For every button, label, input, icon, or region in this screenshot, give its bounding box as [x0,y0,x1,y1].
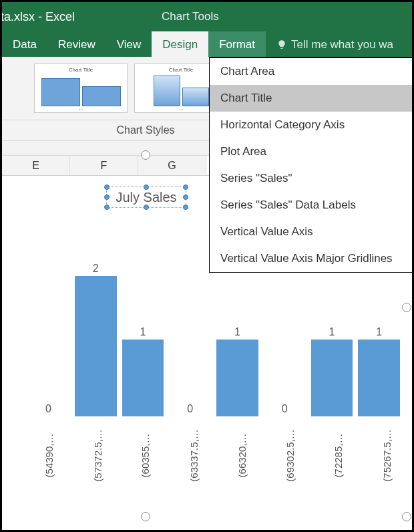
data-label: 1 [140,326,146,338]
column-header-f[interactable]: F [70,156,138,175]
dropdown-item-horizontal-axis[interactable]: Horizontal Category Axis [210,112,412,138]
bar-column[interactable]: 1 [216,263,258,416]
dropdown-item-vertical-axis[interactable]: Vertical Value Axis [210,219,412,245]
x-tick: (63337.5,… [168,423,220,435]
data-label: 0 [187,403,193,415]
x-tick: (54390,… [27,423,71,435]
bar[interactable] [122,340,164,416]
data-label: 0 [282,403,288,415]
ribbon: Chart Title ▪ ▪ Chart Title ▪ ▪ Chart St… [2,57,412,156]
bar-column[interactable]: 1 [358,263,400,416]
data-label: 2 [93,263,99,275]
dropdown-item-vertical-axis-gridlines[interactable]: Vertical Value Axis Major Gridlines [210,245,412,272]
bar[interactable] [311,340,353,416]
title-handle[interactable] [104,194,110,200]
dropdown-item-series-sales[interactable]: Series "Sales" [210,165,412,192]
bar[interactable] [75,276,117,416]
data-label: 0 [45,403,51,415]
x-tick: (57372.5,… [71,423,124,435]
bar-column[interactable]: 0 [264,263,306,416]
chart-selection-handle[interactable] [402,303,411,312]
tell-me-placeholder: Tell me what you wa [291,38,393,51]
tell-me-search[interactable]: Tell me what you wa [266,31,404,57]
chart-selection-handle[interactable] [141,512,150,521]
bar[interactable] [358,340,400,416]
data-label: 1 [376,326,382,338]
lightbulb-icon [276,39,287,50]
bar-column[interactable]: 1 [122,263,164,416]
tab-format[interactable]: Format [208,31,266,57]
dropdown-item-chart-area[interactable]: Chart Area [210,58,412,85]
chart-selection-handle[interactable] [141,150,150,160]
chart-element-dropdown: Chart Area Chart Title Horizontal Catego… [209,57,413,273]
bar-column[interactable]: 1 [311,263,353,416]
chart-style-thumb-1[interactable]: Chart Title ▪ ▪ [34,63,128,113]
window-title: ata.xlsx - Excel [0,10,75,24]
title-handle[interactable] [144,205,149,210]
column-header-e[interactable]: E [2,156,70,175]
chart-title[interactable]: July Sales [106,186,186,208]
chart-selection-handle[interactable] [402,512,411,521]
data-label: 1 [234,326,240,338]
x-tick: (72285,… [317,423,361,435]
x-tick: (69302.5,… [264,423,316,435]
ribbon-tabs: Data Review View Design Format Tell me w… [2,31,412,57]
title-handle[interactable] [183,194,188,200]
dropdown-item-chart-title[interactable]: Chart Title [210,85,412,112]
x-tick: (60355,… [124,423,168,435]
title-handle[interactable] [183,184,188,190]
titlebar: ata.xlsx - Excel Chart Tools [2,2,412,31]
title-handle[interactable] [104,205,110,210]
x-tick: (75267.5,… [361,423,413,435]
tab-data[interactable]: Data [2,31,47,57]
dropdown-item-series-sales-labels[interactable]: Series "Sales" Data Labels [210,192,412,219]
chart-tools-context-label: Chart Tools [162,10,219,23]
dropdown-item-plot-area[interactable]: Plot Area [210,138,412,165]
title-handle[interactable] [183,205,188,210]
x-tick: (66320,… [220,423,264,435]
tab-design[interactable]: Design [152,31,208,57]
plot-area[interactable]: 02101011 [27,263,400,416]
bar-column[interactable]: 0 [27,263,69,416]
bar[interactable] [216,340,258,416]
bar-column[interactable]: 2 [75,263,117,416]
chart-title-text: July Sales [116,190,176,205]
bar-column[interactable]: 0 [169,263,211,416]
title-handle[interactable] [144,184,149,190]
title-handle[interactable] [104,184,110,190]
data-label: 1 [329,326,335,338]
tab-review[interactable]: Review [47,31,106,57]
tab-view[interactable]: View [106,31,152,57]
x-axis: (54390,…(57372.5,…(60355,…(63337.5,…(663… [27,423,400,510]
